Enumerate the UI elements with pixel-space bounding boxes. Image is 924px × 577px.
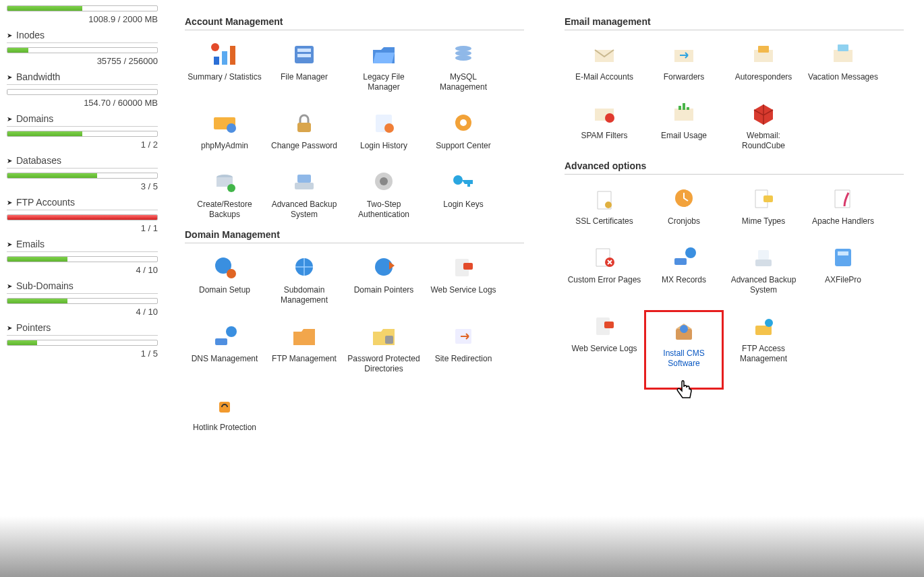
cron-icon (668, 185, 700, 212)
app-label: DNS Management (192, 354, 258, 364)
redirect-icon (447, 323, 480, 350)
stat-header[interactable]: ➤Bandwidth (7, 71, 158, 85)
arrow-icon: ➤ (7, 157, 12, 164)
svg-rect-52 (838, 251, 848, 255)
app-folder-lock[interactable]: Password Protected Directories (344, 320, 424, 377)
app-mail-spam[interactable]: SPAM Filters (565, 97, 644, 154)
app-mail-fwd[interactable]: Forwarders (644, 38, 724, 85)
stat-label: Inodes (16, 30, 45, 40)
app-lock[interactable]: Change Password (264, 107, 344, 154)
progress-bar (7, 47, 158, 53)
app-cron[interactable]: Cronjobs (644, 183, 724, 229)
app-backup3[interactable]: Advanced Backup System (724, 241, 803, 298)
logs2-icon (588, 313, 620, 340)
app-hotlink[interactable]: Hotlink Protection (185, 389, 264, 435)
stat-header[interactable]: ➤Pointers (7, 322, 158, 336)
app-drawer[interactable]: File Manager (264, 38, 344, 95)
app-support[interactable]: Support Center (424, 107, 503, 154)
progress-bar (7, 173, 158, 179)
svg-rect-33 (838, 44, 848, 51)
mime-icon (747, 185, 780, 212)
app-apache[interactable]: Apache Handlers (803, 183, 883, 229)
app-backup2[interactable]: Advanced Backup System (264, 166, 344, 222)
app-database[interactable]: MySQL Management (424, 38, 503, 95)
backup-icon (208, 169, 241, 195)
app-label: Forwarders (664, 72, 705, 82)
app-error[interactable]: Custom Error Pages (565, 241, 644, 298)
app-folder-ftp[interactable]: FTP Management (264, 320, 344, 377)
svg-rect-6 (297, 54, 311, 57)
app-twostep[interactable]: Two-Step Authentication (344, 166, 424, 222)
app-mime[interactable]: Mime Types (724, 183, 803, 229)
stat-header[interactable]: ➤Domains (7, 113, 158, 127)
app-logs2[interactable]: Web Service Logs (565, 310, 644, 390)
svg-point-8 (227, 123, 236, 133)
stat-header[interactable]: ➤Sub-Domains (7, 280, 158, 294)
history-icon (368, 110, 400, 137)
app-axfile[interactable]: AXFilePro (803, 241, 883, 298)
stat-header[interactable]: ➤Inodes (7, 30, 158, 43)
stat-value: 1 / 5 (7, 348, 158, 359)
stat-label: Emails (16, 239, 45, 249)
app-folder-open[interactable]: Legacy File Manager (344, 38, 424, 95)
progress-bar (7, 298, 158, 304)
app-logs[interactable]: Web Service Logs (424, 251, 503, 308)
stat-block: 1008.9 / 2000 MB (7, 5, 158, 24)
app-mx[interactable]: MX Records (644, 241, 724, 298)
stat-header[interactable]: ➤Emails (7, 239, 158, 252)
app-label: Cronjobs (668, 216, 700, 226)
app-backup[interactable]: Create/Restore Backups (185, 166, 264, 222)
svg-point-20 (453, 175, 463, 185)
app-label: phpMyAdmin (201, 141, 248, 151)
globe-point-icon (368, 254, 400, 281)
stat-header[interactable]: ➤FTP Accounts (7, 197, 158, 210)
app-mail-auto[interactable]: Autoresponders (724, 38, 803, 85)
arrow-icon: ➤ (7, 73, 12, 81)
cms-icon (668, 317, 700, 344)
app-key[interactable]: Login Keys (424, 166, 503, 222)
app-history[interactable]: Login History (344, 107, 424, 154)
svg-point-56 (680, 325, 688, 333)
stat-value: 3 / 5 (7, 181, 158, 191)
svg-point-22 (227, 269, 236, 278)
stat-value: 1 / 1 (7, 223, 158, 233)
app-globe-gear[interactable]: Domain Setup (185, 251, 264, 308)
app-label: Password Protected Directories (347, 354, 421, 374)
app-ssl[interactable]: SSL Certificates (565, 183, 644, 229)
globe-sub-icon (288, 254, 320, 281)
app-php[interactable]: phpMyAdmin (185, 107, 264, 154)
app-redirect[interactable]: Site Redirection (424, 320, 503, 377)
backup3-icon (747, 244, 780, 271)
svg-rect-50 (758, 250, 769, 260)
progress-bar (7, 131, 158, 137)
app-mail-usage[interactable]: Email Usage (644, 97, 724, 154)
app-stats[interactable]: Summary / Statistics (185, 38, 264, 95)
section-title-domain: Domain Management (185, 229, 524, 243)
stat-value: 1008.9 / 2000 MB (7, 14, 158, 24)
app-label: E-Mail Accounts (575, 72, 633, 82)
stat-header[interactable]: ➤Databases (7, 155, 158, 169)
app-globe-sub[interactable]: Subdomain Management (264, 251, 344, 308)
svg-point-3 (211, 43, 219, 51)
stat-block: ➤FTP Accounts1 / 1 (7, 197, 158, 233)
app-label: Subdomain Management (267, 285, 341, 305)
app-mail[interactable]: E-Mail Accounts (565, 38, 644, 85)
stat-value: 35755 / 256000 (7, 56, 158, 66)
stat-label: Pointers (16, 322, 51, 333)
mail-auto-icon (747, 41, 780, 68)
app-globe-point[interactable]: Domain Pointers (344, 251, 424, 308)
arrow-icon: ➤ (7, 324, 12, 332)
app-ftp-access[interactable]: FTP Access Management (724, 310, 803, 390)
svg-rect-26 (463, 263, 473, 270)
app-mail-vac[interactable]: Vacation Messages (803, 38, 883, 85)
svg-rect-31 (219, 402, 230, 413)
stat-label: Bandwidth (16, 71, 60, 82)
progress-bar (7, 256, 158, 262)
svg-rect-35 (678, 106, 681, 110)
app-mail-cube[interactable]: Webmail: RoundCube (724, 97, 803, 154)
progress-bar (7, 5, 158, 11)
icon-grid: E-Mail AccountsForwardersAutorespondersV… (565, 38, 904, 154)
app-label: SPAM Filters (581, 131, 627, 141)
app-dns[interactable]: DNS Management (185, 320, 264, 377)
app-cms[interactable]: Install CMS Software (644, 310, 724, 390)
